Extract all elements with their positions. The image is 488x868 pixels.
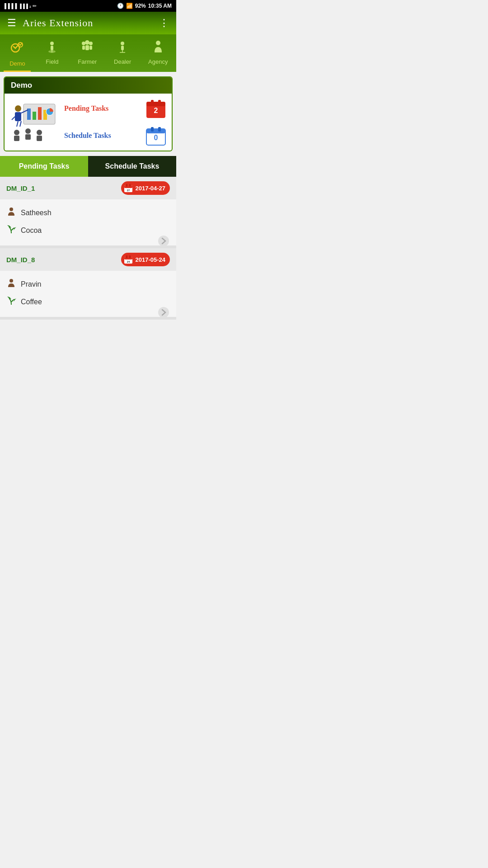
schedule-tasks-row[interactable]: Schedule Tasks 0 (64, 125, 166, 146)
svg-rect-47 (126, 184, 127, 187)
task-item-2: DM_ID_8 24 2017-05-24 (0, 248, 176, 320)
svg-rect-24 (15, 112, 21, 121)
tab-dealer[interactable]: Dealer (109, 37, 136, 72)
signal-icon: ▌▌▌▌ (5, 3, 19, 9)
svg-text:27: 27 (127, 189, 130, 192)
chevron-right-2[interactable] (157, 306, 170, 319)
chevron-right-1[interactable] (157, 235, 170, 247)
demo-card-header: Demo (5, 77, 172, 94)
demo-tab-icon (9, 40, 25, 59)
svg-rect-48 (129, 184, 131, 187)
pending-tasks-tab[interactable]: Pending Tasks (0, 156, 88, 177)
svg-rect-37 (151, 100, 154, 104)
svg-text:2: 2 (154, 107, 158, 114)
svg-rect-41 (146, 129, 165, 133)
task-crop-row-1: Cocoa (6, 222, 170, 239)
task-person-1: Satheesh (21, 209, 52, 217)
alarm-icon: 🕐 (117, 3, 124, 9)
status-right: 🕐 📶 92% 10:35 AM (117, 3, 172, 9)
mute-icon: ✏ (33, 3, 37, 9)
schedule-count-badge: 0 (145, 125, 166, 146)
svg-rect-19 (33, 112, 36, 120)
task-crop-1: Cocoa (21, 226, 42, 235)
status-bar: ▌▌▌▌ ▌▌▌₂ ✏ 🕐 📶 92% 10:35 AM (0, 0, 176, 12)
dealer-tab-icon (115, 40, 130, 57)
svg-line-28 (17, 121, 18, 127)
svg-rect-55 (129, 255, 131, 258)
svg-point-10 (89, 42, 93, 45)
svg-point-8 (85, 40, 89, 45)
svg-point-12 (121, 42, 124, 45)
tab-farmer[interactable]: Farmer (73, 37, 101, 72)
header-left: ☰ Aries Extension (7, 17, 93, 29)
pending-tasks-row[interactable]: Pending Tasks 2 (64, 98, 166, 119)
pending-tasks-label: Pending Tasks (64, 104, 108, 113)
more-options-icon[interactable]: ⋮ (159, 17, 169, 29)
tab-switch: Pending Tasks Schedule Tasks (0, 156, 176, 177)
wifi-icon: 📶 (126, 3, 133, 9)
task-item-body-1: Satheesh Cocoa (0, 199, 176, 245)
app-title: Aries Extension (23, 17, 93, 29)
svg-rect-32 (25, 134, 31, 140)
svg-rect-54 (126, 255, 127, 258)
svg-text:0: 0 (154, 134, 158, 142)
task-item-header-2: DM_ID_8 24 2017-05-24 (0, 248, 176, 271)
person-icon-1 (6, 207, 16, 219)
tab-field-label: Field (46, 58, 58, 65)
svg-rect-13 (121, 46, 124, 50)
demo-card: Demo (4, 76, 173, 151)
schedule-tasks-tab[interactable]: Schedule Tasks (88, 156, 176, 177)
svg-rect-11 (89, 46, 92, 50)
person-icon-2 (6, 278, 16, 290)
tab-field[interactable]: Field (38, 37, 66, 72)
svg-point-29 (14, 130, 19, 135)
svg-text:24: 24 (127, 260, 130, 263)
hamburger-menu-icon[interactable]: ☰ (7, 17, 16, 29)
task-item: DM_ID_1 27 2017-04-27 (0, 177, 176, 248)
svg-rect-53 (124, 257, 132, 259)
field-tab-icon (45, 40, 59, 57)
task-crop-2: Coffee (21, 298, 42, 306)
task-person-2: Pravin (21, 280, 41, 288)
svg-point-57 (9, 279, 13, 283)
schedule-tasks-label: Schedule Tasks (64, 132, 111, 140)
svg-point-33 (37, 130, 42, 135)
svg-rect-3 (51, 46, 53, 50)
agency-tab-icon (151, 40, 165, 57)
svg-rect-36 (146, 102, 165, 106)
task-list: DM_ID_1 27 2017-04-27 (0, 177, 176, 320)
svg-rect-20 (38, 107, 42, 120)
svg-rect-34 (37, 136, 42, 141)
task-date-text-2: 2017-05-24 (136, 256, 166, 263)
battery-text: 92% (135, 3, 146, 9)
svg-point-31 (25, 128, 31, 134)
svg-rect-42 (151, 127, 154, 132)
signal2-icon: ▌▌▌₂ (20, 4, 31, 9)
svg-rect-30 (14, 136, 19, 141)
svg-point-6 (82, 42, 85, 45)
task-date-text-1: 2017-04-27 (136, 185, 166, 192)
svg-point-2 (50, 42, 54, 45)
tab-agency-label: Agency (148, 58, 168, 65)
app-header: ☰ Aries Extension ⋮ (0, 12, 176, 34)
svg-rect-46 (124, 185, 132, 188)
tab-demo[interactable]: Demo (4, 37, 31, 72)
demo-card-body: Pending Tasks 2 Schedule Tasks (5, 94, 172, 151)
svg-point-58 (158, 307, 169, 318)
svg-rect-7 (82, 46, 85, 50)
plant-icon-1 (6, 224, 16, 236)
svg-rect-38 (158, 100, 161, 104)
farmer-tab-icon (79, 40, 95, 57)
svg-line-26 (12, 117, 15, 120)
demo-illustration (10, 102, 60, 142)
tab-demo-label: Demo (9, 60, 25, 67)
tab-agency[interactable]: Agency (144, 37, 172, 72)
status-left: ▌▌▌▌ ▌▌▌₂ ✏ (5, 3, 37, 9)
svg-point-51 (158, 236, 169, 246)
task-person-row-2: Pravin (6, 275, 170, 293)
svg-point-16 (156, 41, 160, 45)
task-id-2: DM_ID_8 (6, 256, 35, 264)
task-date-badge-1: 27 2017-04-27 (121, 181, 170, 195)
pending-count-badge: 2 (145, 98, 166, 119)
demo-tasks: Pending Tasks 2 Schedule Tasks (64, 98, 166, 146)
